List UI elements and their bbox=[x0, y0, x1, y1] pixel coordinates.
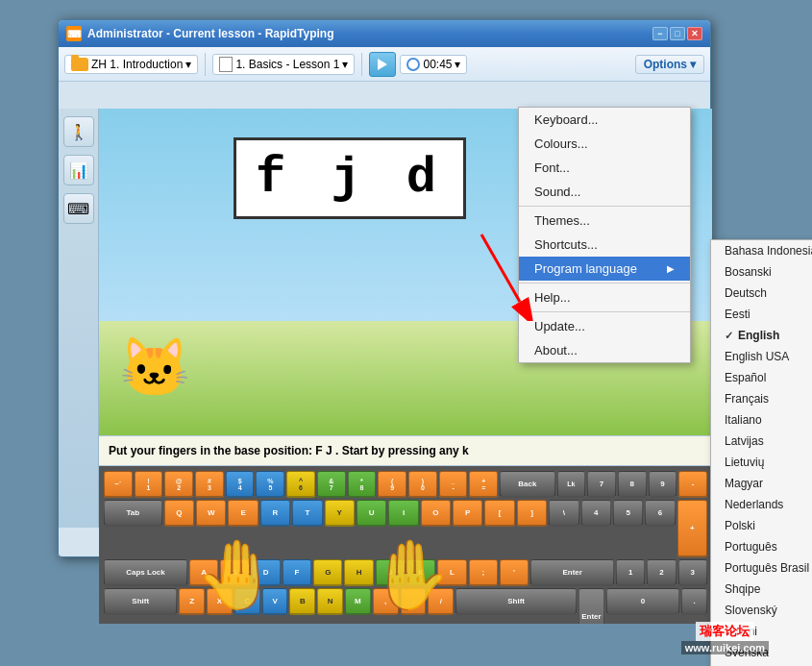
key-equals[interactable]: += bbox=[469, 471, 498, 498]
key-shift-left[interactable]: Shift bbox=[104, 588, 177, 615]
play-button[interactable] bbox=[369, 52, 396, 77]
key-tilde[interactable]: ~` bbox=[104, 471, 133, 498]
lang-eesti[interactable]: Eesti bbox=[711, 304, 812, 325]
key-5[interactable]: %5 bbox=[256, 471, 284, 498]
options-dropdown-icon: ▾ bbox=[690, 58, 696, 71]
key-f[interactable]: F bbox=[283, 559, 311, 586]
key-backslash[interactable]: \ bbox=[549, 500, 578, 527]
key-i[interactable]: I bbox=[388, 500, 418, 527]
menu-sound[interactable]: Sound... bbox=[519, 180, 690, 204]
key-4[interactable]: $4 bbox=[226, 471, 255, 498]
course-selector[interactable]: ZH 1. Introduction ▾ bbox=[64, 55, 198, 74]
key-p[interactable]: P bbox=[453, 500, 482, 527]
key-numplus[interactable]: + bbox=[677, 500, 707, 557]
lang-portugues[interactable]: Português bbox=[711, 536, 812, 557]
lang-english[interactable]: ✓ English bbox=[711, 325, 812, 346]
lang-bosanski[interactable]: Bosanski bbox=[711, 261, 812, 283]
key-num6[interactable]: 6 bbox=[645, 500, 675, 527]
key-3[interactable]: #3 bbox=[195, 471, 224, 498]
typing-text: f j d bbox=[256, 150, 444, 207]
lang-portugues-brasil[interactable]: Português Brasil bbox=[711, 557, 812, 579]
key-numminus[interactable]: - bbox=[678, 471, 707, 498]
sidebar-user-icon[interactable]: 🚶 bbox=[63, 116, 94, 147]
menu-help[interactable]: Help... bbox=[519, 285, 690, 309]
minimize-button[interactable]: − bbox=[652, 27, 668, 40]
lesson-label: 1. Basics - Lesson 1 bbox=[235, 58, 339, 71]
lesson-selector[interactable]: 1. Basics - Lesson 1 ▾ bbox=[212, 54, 355, 75]
lang-polski[interactable]: Polski bbox=[711, 515, 812, 536]
key-o[interactable]: O bbox=[421, 500, 451, 527]
options-button[interactable]: Options ▾ bbox=[635, 55, 704, 74]
maximize-button[interactable]: □ bbox=[670, 27, 685, 40]
key-n[interactable]: N bbox=[317, 588, 343, 615]
lang-italiano[interactable]: Italiano bbox=[711, 409, 812, 431]
key-enter[interactable]: Enter bbox=[530, 559, 614, 586]
close-button[interactable]: ✕ bbox=[687, 27, 702, 40]
key-minus[interactable]: _- bbox=[439, 471, 468, 498]
lang-espanol[interactable]: Español bbox=[711, 367, 812, 388]
menu-colours[interactable]: Colours... bbox=[519, 132, 690, 156]
lang-francais[interactable]: Français bbox=[711, 388, 812, 409]
lang-shqipe[interactable]: Shqipe bbox=[711, 579, 812, 600]
menu-themes[interactable]: Themes... bbox=[519, 209, 690, 233]
window-controls: − □ ✕ bbox=[652, 27, 702, 40]
lang-latvijas[interactable]: Latvijas bbox=[711, 431, 812, 452]
key-7[interactable]: &7 bbox=[317, 471, 346, 498]
course-dropdown-icon: ▾ bbox=[185, 58, 191, 71]
key-q[interactable]: Q bbox=[164, 500, 194, 527]
lang-magyar[interactable]: Magyar bbox=[711, 473, 812, 494]
key-bracket-close[interactable]: ] bbox=[517, 500, 547, 527]
lang-english-usa[interactable]: English USA bbox=[711, 346, 812, 367]
key-2[interactable]: @2 bbox=[164, 471, 193, 498]
key-num2[interactable]: 2 bbox=[647, 559, 676, 586]
menu-about[interactable]: About... bbox=[519, 338, 690, 362]
menu-keyboard[interactable]: Keyboard... bbox=[519, 108, 690, 132]
key-num9[interactable]: 9 bbox=[649, 471, 677, 498]
key-m[interactable]: M bbox=[345, 588, 371, 615]
sidebar-stats-icon[interactable]: 📊 bbox=[63, 155, 94, 185]
key-g[interactable]: G bbox=[313, 559, 342, 586]
key-num7[interactable]: 7 bbox=[587, 471, 616, 498]
menu-font[interactable]: Font... bbox=[519, 156, 690, 180]
key-u[interactable]: U bbox=[357, 500, 386, 527]
key-e[interactable]: E bbox=[228, 500, 258, 527]
key-num3[interactable]: 3 bbox=[678, 559, 707, 586]
key-num4[interactable]: 4 bbox=[581, 500, 611, 527]
key-b[interactable]: B bbox=[289, 588, 315, 615]
key-num-enter[interactable]: Enter bbox=[578, 588, 604, 624]
key-r[interactable]: R bbox=[260, 500, 290, 527]
key-num-del[interactable]: . bbox=[681, 588, 707, 615]
key-num1[interactable]: 1 bbox=[616, 559, 645, 586]
key-t[interactable]: T bbox=[292, 500, 322, 527]
timer-icon bbox=[406, 58, 420, 71]
menu-shortcuts[interactable]: Shortcuts... bbox=[519, 233, 690, 257]
menu-program-language[interactable]: Program language ▶ bbox=[519, 257, 690, 281]
key-capslock[interactable]: Caps Lock bbox=[104, 559, 187, 586]
sidebar-keyboard-icon[interactable]: ⌨ bbox=[63, 193, 94, 224]
key-semicolon[interactable]: ; bbox=[469, 559, 498, 586]
key-num5[interactable]: 5 bbox=[613, 500, 643, 527]
lang-nederlands[interactable]: Nederlands bbox=[711, 494, 812, 515]
menu-update[interactable]: Update... bbox=[519, 314, 690, 338]
lang-lietuviu[interactable]: Lietuvių bbox=[711, 452, 812, 473]
key-y[interactable]: Y bbox=[325, 500, 355, 527]
key-tab[interactable]: Tab bbox=[104, 500, 162, 527]
key-1[interactable]: !1 bbox=[135, 471, 163, 498]
key-num8[interactable]: 8 bbox=[618, 471, 647, 498]
red-arrow bbox=[462, 225, 539, 321]
key-numlock[interactable]: Lk bbox=[557, 471, 586, 498]
lang-bahasa[interactable]: Bahasa Indonesia bbox=[711, 240, 812, 261]
key-num0[interactable]: 0 bbox=[606, 588, 679, 615]
sidebar: 🚶 📊 ⌨ bbox=[59, 109, 99, 528]
key-backspace[interactable]: Back bbox=[500, 471, 554, 498]
key-w[interactable]: W bbox=[196, 500, 226, 527]
key-bracket-open[interactable]: [ bbox=[484, 500, 514, 527]
lang-slovensky[interactable]: Slovenský bbox=[711, 600, 812, 621]
key-0[interactable]: )0 bbox=[408, 471, 437, 498]
key-9[interactable]: (9 bbox=[378, 471, 406, 498]
key-shift-right[interactable]: Shift bbox=[455, 588, 577, 615]
key-quote[interactable]: ' bbox=[500, 559, 529, 586]
key-6[interactable]: ^6 bbox=[286, 471, 315, 498]
key-8[interactable]: *8 bbox=[348, 471, 377, 498]
lang-deutsch[interactable]: Deutsch bbox=[711, 283, 812, 304]
